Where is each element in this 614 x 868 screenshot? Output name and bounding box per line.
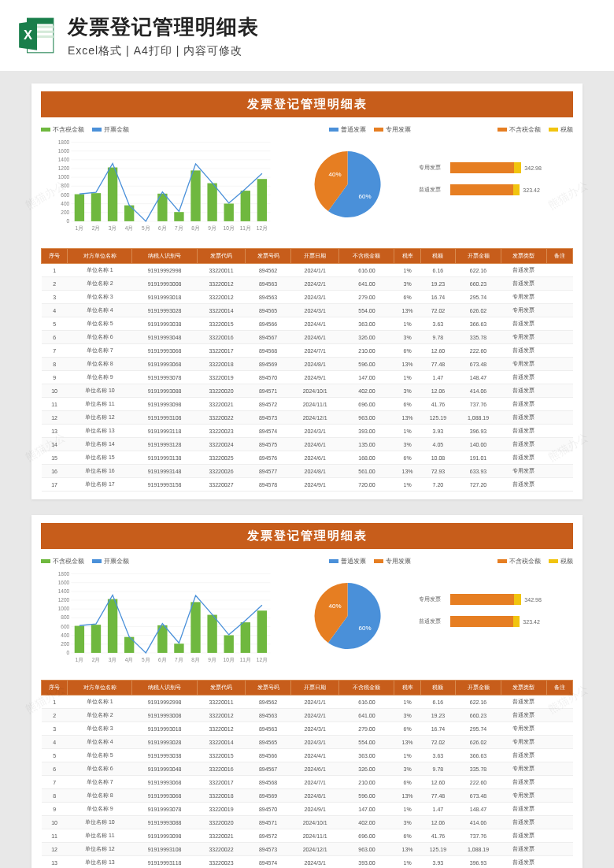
- col-header: 发票号码: [246, 681, 291, 696]
- svg-text:60%: 60%: [359, 193, 372, 200]
- bar-line-chart: 0200400600800100012001400160018001月2月3月4…: [41, 137, 276, 232]
- table-row: 4单位名称 491919993028332200148945652024/3/1…: [42, 736, 573, 749]
- svg-rect-34: [207, 184, 216, 221]
- svg-text:9月: 9月: [208, 657, 216, 662]
- page-header: X 发票登记管理明细表 Excel格式 | A4打印 | 内容可修改: [0, 0, 614, 71]
- hbar-chart: 专用发票342.98 普通发票323.42: [419, 569, 573, 629]
- svg-text:11月: 11月: [240, 657, 251, 662]
- svg-text:4月: 4月: [125, 225, 134, 231]
- svg-text:3月: 3月: [109, 657, 117, 662]
- svg-text:200: 200: [61, 641, 69, 647]
- svg-text:1800: 1800: [58, 571, 70, 577]
- table-row: 11单位名称 1191919993098332200218945722024/1…: [42, 398, 573, 411]
- table-row: 7单位名称 791919993068332200178945682024/7/1…: [42, 776, 573, 789]
- sheet-title: 发票登记管理明细表: [41, 523, 573, 549]
- data-table: 序号对方单位名称纳税人识别号发票代码发票号码开票日期不含税金额税率税额开票金额发…: [41, 248, 573, 491]
- svg-text:0: 0: [67, 218, 70, 224]
- svg-text:400: 400: [61, 632, 69, 638]
- svg-rect-72: [75, 626, 84, 653]
- svg-text:2月: 2月: [92, 657, 101, 662]
- svg-rect-29: [124, 206, 134, 221]
- excel-icon: X: [16, 15, 57, 56]
- table-row: 7单位名称 791919993068332200178945682024/7/1…: [42, 344, 573, 358]
- table-row: 1单位名称 191919992998332200118945622024/1/1…: [42, 264, 573, 277]
- table-row: 6单位名称 691919993048332200168945672024/6/1…: [42, 762, 573, 776]
- table-row: 12单位名称 1291919993108332200228945732024/1…: [42, 411, 573, 425]
- svg-text:1400: 1400: [58, 588, 70, 594]
- svg-text:1月: 1月: [76, 657, 84, 662]
- col-header: 开票日期: [290, 681, 339, 696]
- svg-text:12月: 12月: [257, 657, 268, 662]
- svg-text:40%: 40%: [329, 603, 342, 610]
- svg-text:600: 600: [61, 192, 69, 198]
- col-header: 税额: [420, 681, 455, 696]
- col-header: 发票代码: [197, 249, 246, 264]
- table-row: 13单位名称 1391919993118332200238945742024/3…: [42, 425, 573, 438]
- table-row: 6单位名称 691919993048332200168945672024/6/1…: [42, 331, 573, 344]
- svg-text:6月: 6月: [158, 225, 167, 231]
- svg-text:200: 200: [61, 210, 69, 215]
- col-header: 税率: [394, 249, 420, 264]
- svg-text:1600: 1600: [58, 148, 70, 154]
- col-header: 发票号码: [246, 249, 291, 264]
- table-row: 8单位名称 891919993068332200188945692024/8/1…: [42, 358, 573, 371]
- svg-text:40%: 40%: [329, 171, 342, 178]
- table-row: 17单位名称 1791919993158332200278945782024/9…: [42, 478, 573, 491]
- table-row: 1单位名称 191919992998332200118945622024/1/1…: [42, 696, 573, 709]
- page-title: 发票登记管理明细表: [68, 13, 598, 41]
- table-row: 4单位名称 491919993028332200148945652024/3/1…: [42, 304, 573, 317]
- table-row: 2单位名称 291919993008332200128945632024/2/1…: [42, 277, 573, 291]
- hbar-chart: 专用发票342.98 普通发票323.42: [419, 137, 573, 197]
- svg-text:600: 600: [61, 624, 69, 629]
- svg-text:10月: 10月: [224, 657, 235, 662]
- data-table: 序号对方单位名称纳税人识别号发票代码发票号码开票日期不含税金额税率税额开票金额发…: [41, 680, 573, 868]
- table-row: 9单位名称 991919993078332200198945702024/9/1…: [42, 371, 573, 384]
- table-row: 8单位名称 891919993068332200188945692024/8/1…: [42, 789, 573, 803]
- svg-rect-82: [241, 622, 250, 653]
- svg-text:X: X: [24, 28, 32, 43]
- table-row: 15单位名称 1591919993138332200258945762024/6…: [42, 451, 573, 465]
- table-row: 5单位名称 591919993038332200158945662024/4/1…: [42, 749, 573, 762]
- svg-rect-32: [174, 212, 183, 221]
- table-row: 11单位名称 1191919993098332200218945722024/1…: [42, 829, 573, 843]
- svg-text:7月: 7月: [175, 225, 183, 231]
- svg-text:9月: 9月: [208, 225, 216, 231]
- svg-text:8月: 8月: [191, 225, 200, 231]
- svg-text:12月: 12月: [257, 225, 268, 231]
- svg-rect-28: [108, 168, 117, 221]
- svg-text:1200: 1200: [58, 597, 70, 603]
- svg-text:8月: 8月: [191, 657, 200, 662]
- sheet-title: 发票登记管理明细表: [41, 91, 573, 117]
- svg-rect-80: [207, 615, 216, 653]
- col-header: 开票日期: [290, 249, 339, 264]
- svg-rect-36: [241, 191, 250, 221]
- table-row: 10单位名称 1091919993088332200208945712024/1…: [42, 384, 573, 398]
- svg-text:1200: 1200: [58, 165, 70, 171]
- col-header: 纳税人识别号: [132, 249, 197, 264]
- page-subtitle: Excel格式 | A4打印 | 内容可修改: [68, 44, 598, 58]
- sheet-1: 发票登记管理明细表 不含税金额开票金额 02004006008001000120…: [31, 83, 583, 499]
- svg-rect-26: [75, 195, 84, 221]
- svg-text:5月: 5月: [142, 225, 150, 231]
- col-header: 序号: [42, 681, 68, 696]
- col-header: 不含税金额: [339, 249, 394, 264]
- col-header: 对方单位名称: [68, 249, 132, 264]
- col-header: 开票金额: [456, 681, 501, 696]
- svg-text:800: 800: [61, 183, 69, 188]
- table-row: 10单位名称 1091919993088332200208945712024/1…: [42, 816, 573, 829]
- svg-rect-74: [108, 599, 117, 653]
- svg-text:0: 0: [67, 650, 70, 655]
- svg-rect-79: [190, 602, 200, 653]
- svg-text:1000: 1000: [58, 174, 70, 180]
- sheet-2: 发票登记管理明细表 不含税金额开票金额 02004006008001000120…: [31, 515, 583, 868]
- table-row: 13单位名称 1391919993118332200238945742024/3…: [42, 856, 573, 869]
- svg-text:1月: 1月: [76, 225, 84, 231]
- svg-text:4月: 4月: [125, 657, 134, 662]
- col-header: 发票类型: [501, 681, 546, 696]
- svg-text:1800: 1800: [58, 139, 70, 145]
- svg-rect-83: [257, 610, 267, 653]
- svg-text:10月: 10月: [224, 225, 235, 231]
- svg-text:3月: 3月: [109, 225, 117, 231]
- col-header: 备注: [546, 249, 572, 264]
- col-header: 不含税金额: [339, 681, 394, 696]
